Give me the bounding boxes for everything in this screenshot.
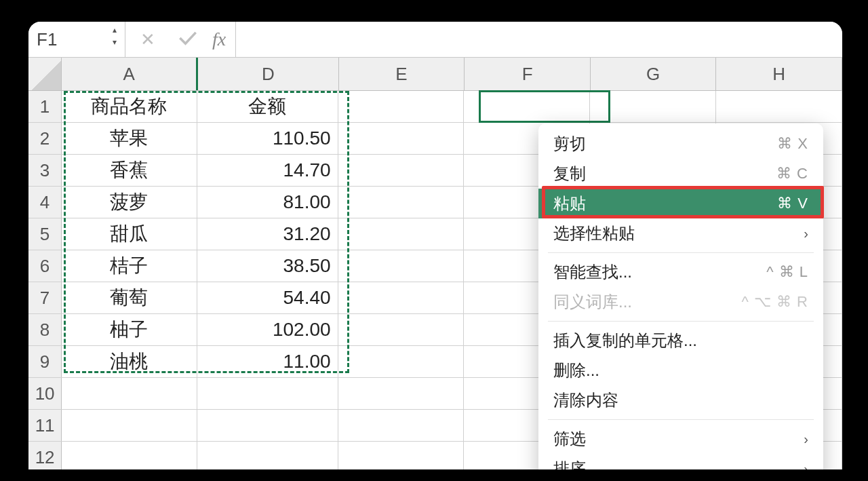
stepper-up-icon[interactable]: ▴	[108, 26, 121, 38]
select-all-corner[interactable]	[28, 58, 62, 90]
menu-label: 清除内容	[553, 389, 618, 411]
row-header-9[interactable]: 9	[28, 346, 62, 377]
cell-E6[interactable]	[338, 250, 465, 282]
menu-label: 排序	[553, 458, 586, 469]
cell-E5[interactable]	[338, 218, 465, 250]
menu-separator	[548, 252, 814, 253]
row-header-3[interactable]: 3	[28, 155, 62, 186]
context-menu-copy[interactable]: 复制 ⌘ C	[538, 159, 823, 189]
chevron-right-icon: ›	[804, 431, 808, 447]
cell-E12[interactable]	[338, 442, 465, 469]
menu-label: 删除...	[553, 360, 599, 381]
menu-shortcut: ⌘ C	[776, 165, 808, 182]
cell-A7[interactable]: 葡萄	[62, 282, 197, 313]
cell-E3[interactable]	[338, 155, 465, 186]
column-header-H[interactable]: H	[716, 58, 842, 90]
column-headers: A D E F G H	[28, 58, 842, 91]
context-menu-paste[interactable]: 粘贴 ⌘ V	[538, 189, 823, 218]
chevron-right-icon: ›	[804, 461, 808, 470]
context-menu-smart-lookup[interactable]: 智能查找... ^ ⌘ L	[538, 257, 823, 287]
context-menu-paste-special[interactable]: 选择性粘贴 ›	[538, 218, 823, 248]
menu-shortcut: ⌘ X	[777, 135, 808, 153]
column-header-G[interactable]: G	[591, 58, 717, 90]
cell-D1[interactable]: 金额	[197, 91, 338, 122]
chevron-right-icon: ›	[804, 226, 808, 242]
menu-separator	[548, 419, 814, 420]
row-header-2[interactable]: 2	[28, 123, 62, 154]
cell-D5[interactable]: 31.20	[197, 218, 338, 250]
menu-shortcut: ^ ⌥ ⌘ R	[741, 293, 808, 311]
formula-input[interactable]	[236, 22, 842, 57]
menu-separator	[548, 321, 814, 322]
row-header-4[interactable]: 4	[28, 187, 62, 218]
menu-label: 插入复制的单元格...	[553, 330, 697, 351]
grid-row-1: 1 商品名称 金额	[28, 91, 842, 123]
context-menu-clear-contents[interactable]: 清除内容	[538, 385, 823, 415]
context-menu-filter[interactable]: 筛选 ›	[538, 424, 823, 454]
row-header-12[interactable]: 12	[28, 442, 62, 469]
formula-bar: F1 ▴ ▾ ✕ fx	[28, 22, 842, 58]
fx-label: fx	[212, 22, 236, 57]
cell-A1[interactable]: 商品名称	[62, 91, 197, 122]
formula-buttons: ✕	[125, 22, 212, 57]
row-header-1[interactable]: 1	[28, 91, 62, 122]
menu-shortcut: ^ ⌘ L	[766, 263, 808, 281]
row-header-6[interactable]: 6	[28, 250, 62, 282]
cell-E7[interactable]	[338, 282, 465, 313]
cell-A10[interactable]	[62, 378, 197, 409]
row-header-8[interactable]: 8	[28, 314, 62, 345]
context-menu-sort[interactable]: 排序 ›	[538, 454, 823, 469]
cell-A4[interactable]: 菠萝	[62, 187, 197, 218]
cell-E10[interactable]	[338, 378, 465, 409]
cell-A2[interactable]: 苹果	[62, 123, 197, 154]
cell-D11[interactable]	[197, 410, 338, 441]
row-header-7[interactable]: 7	[28, 282, 62, 313]
cell-E9[interactable]	[338, 346, 465, 377]
cell-A8[interactable]: 柚子	[62, 314, 197, 345]
cell-H1[interactable]	[716, 91, 842, 122]
menu-label: 复制	[553, 163, 586, 185]
stepper-down-icon[interactable]: ▾	[108, 38, 121, 50]
cell-D9[interactable]: 11.00	[197, 346, 338, 377]
cell-D8[interactable]: 102.00	[197, 314, 338, 345]
column-header-D[interactable]: D	[198, 58, 339, 90]
cell-G1[interactable]	[590, 91, 716, 122]
context-menu: 剪切 ⌘ X 复制 ⌘ C 粘贴 ⌘ V 选择性粘贴 › 智能查找... ^ ⌘…	[538, 123, 823, 469]
cell-D2[interactable]: 110.50	[197, 123, 338, 154]
cell-E11[interactable]	[338, 410, 465, 441]
row-header-11[interactable]: 11	[28, 410, 62, 441]
column-header-F[interactable]: F	[465, 58, 591, 90]
context-menu-insert-copied-cells[interactable]: 插入复制的单元格...	[538, 326, 823, 355]
column-header-A[interactable]: A	[62, 58, 198, 90]
cell-D7[interactable]: 54.40	[197, 282, 338, 313]
cell-A5[interactable]: 甜瓜	[62, 218, 197, 250]
context-menu-cut[interactable]: 剪切 ⌘ X	[538, 129, 823, 159]
cell-D12[interactable]	[197, 442, 338, 469]
cell-A6[interactable]: 桔子	[62, 250, 197, 282]
menu-label: 剪切	[553, 133, 586, 155]
name-box-stepper[interactable]: ▴ ▾	[108, 26, 121, 50]
confirm-formula-icon[interactable]	[178, 31, 197, 48]
cell-D4[interactable]: 81.00	[197, 187, 338, 218]
column-header-E[interactable]: E	[339, 58, 465, 90]
cell-D3[interactable]: 14.70	[197, 155, 338, 186]
name-box[interactable]: F1 ▴ ▾	[28, 22, 125, 57]
cell-D6[interactable]: 38.50	[197, 250, 338, 282]
row-header-5[interactable]: 5	[28, 218, 62, 250]
cell-F1[interactable]	[464, 91, 590, 122]
cell-E4[interactable]	[338, 187, 465, 218]
cell-A12[interactable]	[62, 442, 197, 469]
cell-A9[interactable]: 油桃	[62, 346, 197, 377]
cell-E2[interactable]	[338, 123, 465, 154]
cancel-formula-icon[interactable]: ✕	[140, 29, 155, 50]
cell-A11[interactable]	[62, 410, 197, 441]
name-box-value: F1	[37, 29, 57, 50]
cell-E8[interactable]	[338, 314, 465, 345]
cell-E1[interactable]	[338, 91, 465, 122]
row-header-10[interactable]: 10	[28, 378, 62, 409]
menu-shortcut: ⌘ V	[777, 195, 808, 212]
context-menu-delete[interactable]: 删除...	[538, 355, 823, 385]
menu-label: 选择性粘贴	[553, 223, 635, 244]
cell-A3[interactable]: 香蕉	[62, 155, 197, 186]
cell-D10[interactable]	[197, 378, 338, 409]
